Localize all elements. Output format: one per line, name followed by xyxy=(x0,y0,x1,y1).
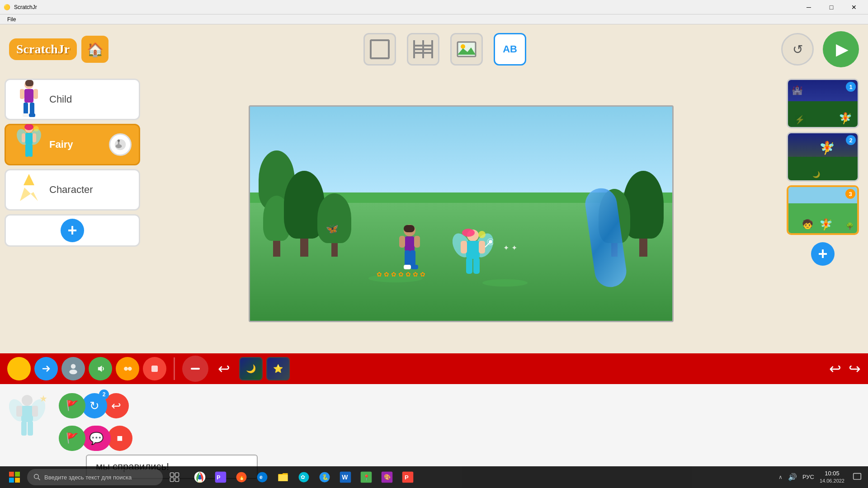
svg-rect-24 xyxy=(29,113,35,117)
svg-rect-48 xyxy=(404,265,411,269)
menu-file[interactable]: File xyxy=(4,15,19,23)
taskbar-chrome[interactable] xyxy=(190,468,210,486)
grid-button[interactable] xyxy=(407,33,439,66)
taskbar-notification-center[interactable] xyxy=(850,470,864,484)
svg-text:🐍: 🐍 xyxy=(322,474,329,481)
svg-rect-47 xyxy=(414,236,420,248)
scene-number-3: 3 xyxy=(845,189,855,199)
green-flag-block-2[interactable]: 🚩 xyxy=(59,426,85,451)
fairy-sprite[interactable] xyxy=(453,228,493,282)
svg-rect-76 xyxy=(32,406,38,417)
svg-line-84 xyxy=(38,478,40,480)
logo-box: ScratchJr xyxy=(9,38,77,60)
taskbar-apps: P 🔥 e ✿ 🐍 W 📍 🎨 P xyxy=(190,468,418,486)
svg-rect-44 xyxy=(405,250,410,266)
global-undo-button[interactable]: ↩ xyxy=(829,360,841,377)
reset-button[interactable]: ↺ xyxy=(781,33,814,66)
svg-rect-43 xyxy=(405,236,415,252)
scene-item-1[interactable]: 🧚 🏰 ⚡ 1 xyxy=(787,79,859,128)
svg-rect-30 xyxy=(22,133,25,142)
svg-rect-58 xyxy=(473,258,480,274)
taskbar-phpstorm[interactable]: P xyxy=(211,468,231,486)
taskbar-paint[interactable]: 🎨 xyxy=(377,468,397,486)
add-scene-plus-icon: + xyxy=(818,244,827,263)
category-sound[interactable] xyxy=(89,357,112,380)
taskbar-language[interactable]: РУС xyxy=(802,474,814,480)
svg-rect-50 xyxy=(404,225,415,232)
fullscreen-button[interactable] xyxy=(363,33,396,66)
start-button[interactable] xyxy=(4,468,25,486)
svg-rect-32 xyxy=(25,144,29,157)
app-container: ScratchJr 🏠 xyxy=(0,24,868,488)
category-looks[interactable] xyxy=(61,357,85,380)
stage[interactable]: 🦋 ✿ ✿ ✿ ✿ ✿ ✿ ✿ xyxy=(249,105,674,322)
titlebar-controls: ─ □ ✕ xyxy=(798,0,864,14)
app-logo-text: ScratchJr xyxy=(16,42,70,56)
close-button[interactable]: ✕ xyxy=(844,0,864,14)
scene-item-3[interactable]: 🧒 🧚 🌳 3 xyxy=(787,185,859,235)
run-button[interactable]: ▶ xyxy=(823,31,859,67)
fairy-name: Fairy xyxy=(49,139,73,150)
scene-item-2[interactable]: 🧚 🌙 2 xyxy=(787,132,859,182)
minimize-button[interactable]: ─ xyxy=(798,0,819,14)
home-button[interactable]: 🏠 xyxy=(81,36,108,63)
category-control[interactable] xyxy=(116,357,139,380)
delete-button[interactable] xyxy=(182,356,208,382)
taskbar-maps[interactable]: 📍 xyxy=(356,468,376,486)
category-triggers[interactable] xyxy=(7,357,31,380)
bg-block-1[interactable]: 🌙 xyxy=(239,357,263,380)
text-icon: AB xyxy=(503,43,517,55)
image-button[interactable] xyxy=(450,33,483,66)
child-sprite[interactable] xyxy=(394,224,425,274)
add-character-button[interactable]: + xyxy=(5,214,140,247)
taskbar-right: ∧ 🔊 РУС 10:05 14.06.2022 xyxy=(778,469,864,485)
taskbar-ie[interactable]: 🔥 xyxy=(231,468,251,486)
add-scene-button[interactable]: + xyxy=(811,242,835,266)
menubar: File xyxy=(0,14,868,24)
taskbar-search[interactable]: Введите здесь текст для поиска xyxy=(27,469,163,485)
taskbar-word[interactable]: W xyxy=(335,468,355,486)
maximize-button[interactable]: □ xyxy=(821,0,842,14)
character-item-fairy[interactable]: Fairy xyxy=(5,124,140,165)
bg-block-2[interactable]: ⭐ xyxy=(266,357,290,380)
taskbar-volume[interactable]: 🔊 xyxy=(788,473,797,481)
svg-rect-85 xyxy=(170,473,174,476)
taskview-button[interactable] xyxy=(165,468,184,486)
taskbar-edge[interactable]: e xyxy=(252,468,272,486)
toolbar-center: AB xyxy=(118,33,772,66)
taskbar-files[interactable] xyxy=(273,468,293,486)
taskbar: Введите здесь текст для поиска P 🔥 e ✿ 🐍… xyxy=(0,466,868,488)
taskbar-python[interactable]: 🐍 xyxy=(315,468,335,486)
svg-rect-25 xyxy=(25,80,33,86)
svg-point-66 xyxy=(69,370,77,375)
text-button[interactable]: AB xyxy=(494,33,526,66)
undo-block-button[interactable]: ↩ xyxy=(212,357,236,380)
character-item-char[interactable]: Character xyxy=(5,169,140,211)
svg-point-68 xyxy=(128,367,132,371)
svg-rect-57 xyxy=(466,258,472,274)
svg-rect-86 xyxy=(175,473,179,476)
svg-point-60 xyxy=(478,231,486,238)
svg-text:📍: 📍 xyxy=(363,474,370,481)
svg-rect-21 xyxy=(20,89,24,99)
green-flag-block-1[interactable]: 🚩 xyxy=(59,393,85,418)
paint-button[interactable] xyxy=(109,133,132,156)
category-motion[interactable] xyxy=(34,357,58,380)
end-red-block[interactable]: ■ xyxy=(107,426,132,451)
svg-rect-22 xyxy=(33,89,38,99)
svg-text:e: e xyxy=(259,474,263,480)
svg-rect-78 xyxy=(28,421,33,436)
taskbar-unknown1[interactable]: ✿ xyxy=(294,468,314,486)
scene3-child: 🧒 xyxy=(802,219,813,230)
repeat-block[interactable]: ↻ 2 xyxy=(82,393,107,418)
child-name: Child xyxy=(49,94,72,105)
speech-block[interactable]: 💬 xyxy=(82,426,111,451)
character-item-child[interactable]: Child xyxy=(5,79,140,120)
taskbar-notifications[interactable]: ∧ xyxy=(778,474,783,480)
global-redo-button[interactable]: ↪ xyxy=(849,360,861,377)
scene-number-2: 2 xyxy=(846,135,856,145)
category-end[interactable] xyxy=(143,357,166,380)
taskbar-ppt[interactable]: P xyxy=(398,468,418,486)
svg-rect-46 xyxy=(399,236,405,248)
titlebar: 🟡 ScratchJr ─ □ ✕ xyxy=(0,0,868,14)
